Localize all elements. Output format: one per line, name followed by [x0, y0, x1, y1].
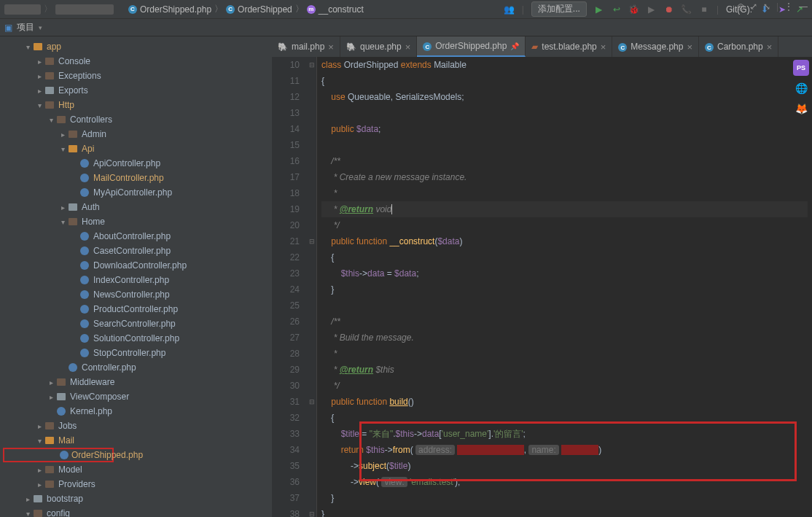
tree-console[interactable]: ▸Console [0, 54, 272, 69]
class-icon: C [226, 5, 235, 14]
editor-tabs: 🐘mail.php× 🐘queue.php× COrderShipped.php… [272, 36, 812, 57]
tab-message[interactable]: CMessage.php× [612, 36, 699, 57]
close-icon[interactable]: × [328, 42, 334, 53]
breadcrumb-method[interactable]: __construct [319, 4, 364, 15]
tree-providers[interactable]: ▸Providers [0, 477, 272, 491]
code-body[interactable]: class OrderShipped extends Mailable { us… [317, 57, 812, 517]
users-icon[interactable]: 👥 [504, 4, 515, 15]
firefox-icon[interactable]: 🦊 [793, 101, 809, 117]
tree-model[interactable]: ▸Model [0, 462, 272, 477]
expand-icon[interactable]: ⤢ [750, 1, 757, 12]
close-icon[interactable]: × [767, 42, 773, 53]
tree-bootstrap[interactable]: ▸bootstrap [0, 491, 272, 506]
tree-config[interactable]: ▾config [0, 506, 272, 517]
run-icon[interactable]: ▶ [594, 4, 604, 15]
project-name-redacted: xxxx [4, 4, 41, 15]
tree-home[interactable]: ▾Home [0, 214, 272, 229]
tree-controller[interactable]: Controller.php [0, 360, 272, 375]
breadcrumb-class[interactable]: OrderShipped [238, 4, 292, 15]
stop-red-icon[interactable]: ⏺ [664, 4, 674, 15]
tree-viewcomposer[interactable]: ▸ViewComposer [0, 389, 272, 404]
tree-kernel[interactable]: Kernel.php [0, 404, 272, 419]
tree-product[interactable]: ProductController.php [0, 302, 272, 316]
tree-stop[interactable]: StopController.php [0, 346, 272, 360]
tab-test[interactable]: ▰test.blade.php× [526, 36, 612, 57]
tree-news[interactable]: NewsController.php [0, 287, 272, 302]
tree-caset[interactable]: CasetController.php [0, 244, 272, 258]
tree-apictrl[interactable]: ApiController.php [0, 156, 272, 171]
editor-right-margin: PS 🌐 🦊 [793, 60, 809, 117]
tree-exports[interactable]: ▸Exports [0, 83, 272, 98]
run-config-dropdown[interactable]: 添加配置... [531, 1, 587, 17]
breadcrumb: C OrderShipped.php 〉 C OrderShipped 〉 m … [114, 3, 364, 15]
code-editor[interactable]: 1011121314151617181920212223242526272829… [272, 57, 812, 517]
close-icon[interactable]: × [405, 42, 411, 53]
tree-mail-folder[interactable]: ▾Mail [0, 433, 272, 448]
php-icon: 🐘 [278, 42, 288, 52]
tree-download[interactable]: DownloadController.php [0, 258, 272, 273]
method-icon: m [307, 5, 316, 14]
tree-middleware[interactable]: ▸Middleware [0, 375, 272, 389]
tree-search[interactable]: SearchController.php [0, 316, 272, 331]
tree-mailctrl[interactable]: MailController.php [0, 171, 272, 185]
back-icon[interactable]: ↩ [612, 4, 622, 15]
tree-http[interactable]: ▾Http [0, 98, 272, 112]
class-icon: C [705, 42, 714, 53]
tree-auth[interactable]: ▸Auth [0, 200, 272, 214]
divider: | [776, 1, 778, 12]
tree-about[interactable]: AboutController.php [0, 229, 272, 244]
debug-icon[interactable]: 🐞 [629, 4, 639, 15]
close-icon[interactable]: × [687, 42, 692, 53]
line-gutter: 1011121314151617181920212223242526272829… [272, 57, 307, 517]
tree-exceptions[interactable]: ▸Exceptions [0, 69, 272, 83]
pin-icon[interactable]: 📌 [510, 42, 519, 50]
path-redacted: xxxxxxx [55, 4, 114, 15]
tree-api[interactable]: ▾Api [0, 141, 272, 156]
settings-icon[interactable]: ⋮ [784, 1, 793, 12]
class-icon: C [423, 41, 432, 52]
project-icon: ▣ [4, 23, 12, 33]
editor-area: 🐘mail.php× 🐘queue.php× COrderShipped.php… [272, 36, 812, 517]
phone-icon[interactable]: 📞 [682, 4, 692, 15]
tree-jobs[interactable]: ▸Jobs [0, 419, 272, 433]
tree-admin[interactable]: ▸Admin [0, 127, 272, 141]
top-toolbar: xxxx 〉 xxxxxxx C OrderShipped.php 〉 C Or… [0, 0, 812, 19]
php-icon: 🐘 [346, 42, 356, 52]
run2-icon[interactable]: ▶ [647, 4, 657, 15]
close-icon[interactable]: × [601, 42, 606, 53]
phpstorm-icon[interactable]: PS [793, 60, 809, 76]
project-label[interactable]: 项目 [17, 21, 34, 34]
minimize-icon[interactable]: — [799, 1, 808, 12]
tree-app[interactable]: ▾app [0, 39, 272, 54]
project-tree[interactable]: ▾app ▸Console ▸Exceptions ▸Exports ▾Http… [0, 36, 272, 517]
fold-gutter[interactable]: ⊟⊟⊟⊟ [307, 57, 317, 517]
blade-icon: ▰ [531, 42, 538, 52]
target-icon[interactable]: ◎ [737, 1, 744, 12]
class-icon: C [128, 5, 137, 14]
project-panel-header: ▣ 项目 ▾ ◎ ⤢ ⤡ | ⋮ — [0, 19, 812, 36]
tree-ordershipped[interactable]: OrderShipped.php [3, 448, 114, 462]
tree-index[interactable]: IndexController.php [0, 273, 272, 287]
tree-controllers[interactable]: ▾Controllers [0, 112, 272, 127]
chrome-icon[interactable]: 🌐 [793, 80, 809, 96]
collapse-icon[interactable]: ⤡ [763, 1, 770, 12]
tab-carbon[interactable]: CCarbon.php× [699, 36, 778, 57]
tree-myapictrl[interactable]: MyApiController.php [0, 185, 272, 200]
breadcrumb-file[interactable]: OrderShipped.php [140, 4, 211, 15]
tree-solution[interactable]: SolutionController.php [0, 331, 272, 346]
tab-queue[interactable]: 🐘queue.php× [340, 36, 417, 57]
class-icon: C [618, 42, 627, 53]
tab-mail[interactable]: 🐘mail.php× [272, 36, 340, 57]
tab-ordershipped[interactable]: COrderShipped.php📌 [417, 36, 526, 57]
stop-icon[interactable]: ■ [699, 4, 709, 15]
